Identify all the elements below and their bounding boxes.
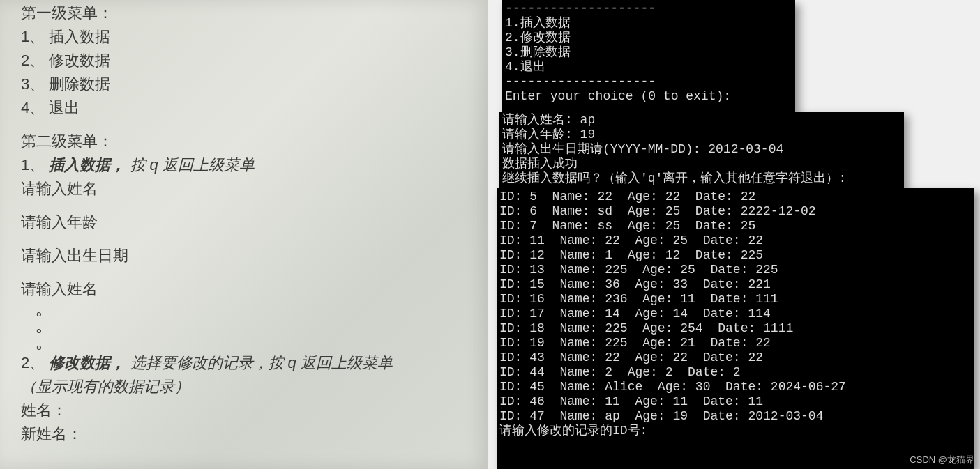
ellipsis-dot: 。 — [35, 333, 474, 350]
terminal-insert[interactable]: 请输入姓名: ap 请输入年龄: 19 请输入出生日期请(YYYY-MM-DD)… — [499, 112, 904, 188]
terminal-menu[interactable]: -------------------- 1.插入数据 2.修改数据 3.删除数… — [502, 0, 795, 112]
ellipsis-dot: 。 — [35, 300, 474, 316]
sub2-desc: 选择要修改的记录，按 q 返回上级菜单 — [130, 354, 393, 371]
paper-spec: 第一级菜单： 1、 插入数据 2、 修改数据 3、 删除数据 4、 退出 第二级… — [0, 0, 488, 469]
sub2-title: 修改数据， — [49, 354, 126, 371]
prompt-dob: 请输入出生日期 — [21, 245, 474, 266]
menu2-sub1: 1、 插入数据， 按 q 返回上级菜单 — [21, 155, 474, 176]
prompt-age: 请输入年龄 — [21, 212, 474, 233]
ellipsis-dot: 。 — [35, 316, 474, 333]
csdn-watermark: CSDN @龙猫界 — [910, 454, 974, 466]
prompt-name-repeat: 请输入姓名 — [21, 279, 474, 300]
menu1-item-delete: 3、 删除数据 — [21, 74, 474, 95]
menu2-heading: 第二级菜单： — [21, 131, 474, 152]
sub1-number: 1、 — [21, 156, 45, 174]
label-new-name: 新姓名： — [21, 424, 474, 445]
menu1-heading: 第一级菜单： — [21, 3, 474, 24]
sub1-title: 插入数据， — [49, 156, 126, 174]
prompt-name: 请输入姓名 — [21, 178, 474, 199]
terminal-records[interactable]: ID: 5 Name: 22 Age: 22 Date: 22 ID: 6 Na… — [497, 188, 974, 469]
menu1-item-exit: 4、 退出 — [21, 98, 474, 118]
label-name: 姓名： — [21, 400, 474, 421]
sub2-note: （显示现有的数据记录） — [21, 376, 474, 397]
sub2-number: 2、 — [21, 354, 45, 371]
menu1-item-insert: 1、 插入数据 — [21, 26, 474, 47]
sub1-desc: 按 q 返回上级菜单 — [130, 156, 255, 174]
menu2-sub2: 2、 修改数据， 选择要修改的记录，按 q 返回上级菜单 — [21, 353, 474, 374]
menu1-item-modify: 2、 修改数据 — [21, 50, 474, 71]
